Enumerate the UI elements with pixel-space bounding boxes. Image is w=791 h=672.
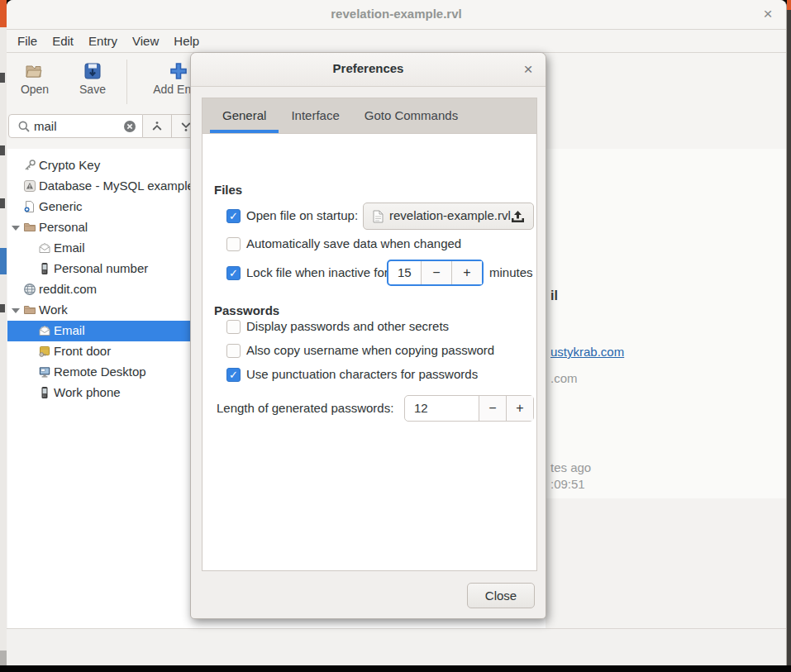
- menu-item-help[interactable]: Help: [166, 30, 207, 52]
- close-button[interactable]: Close: [467, 583, 535, 608]
- tree-item-label: Work phone: [54, 385, 121, 399]
- tree-item-label: Database - MySQL example: [39, 179, 194, 193]
- menu-item-view[interactable]: View: [125, 30, 166, 52]
- tree-item-label: Email: [54, 241, 85, 255]
- display-secrets-label: Display passwords and other secrets: [246, 318, 449, 335]
- tab-general[interactable]: General: [210, 98, 279, 133]
- open-file-icon: [510, 210, 526, 223]
- toolbar-separator: [126, 60, 127, 104]
- background-window-left-edge: [0, 0, 7, 665]
- save-button[interactable]: Save: [69, 58, 116, 106]
- menubar: FileEditEntryViewHelp: [7, 30, 786, 53]
- startup-file-chooser-button[interactable]: revelation-example.rvl: [363, 203, 534, 230]
- tree-item-label: Front door: [54, 344, 111, 358]
- find-previous-button[interactable]: [143, 114, 172, 138]
- window-titlebar[interactable]: revelation-example.rvl ×: [7, 0, 786, 30]
- folder-icon: [23, 221, 36, 234]
- clear-search-icon[interactable]: [123, 120, 136, 133]
- expander-icon[interactable]: [12, 226, 20, 231]
- copy-username-checkbox[interactable]: [226, 344, 241, 358]
- entry-timestamp-fragment: :09:51: [550, 477, 585, 491]
- tree-item-label: Personal number: [54, 261, 148, 275]
- plus-icon[interactable]: +: [451, 261, 482, 284]
- email-icon: [38, 241, 51, 255]
- lock-minutes-value[interactable]: 15: [388, 261, 421, 284]
- desktop: revelation-example.rvl × FileEditEntryVi…: [0, 0, 791, 672]
- tree-item-label: Generic: [39, 199, 83, 213]
- punctuation-checkbox[interactable]: [226, 368, 241, 382]
- minus-icon[interactable]: −: [479, 396, 506, 421]
- display-secrets-checkbox[interactable]: [226, 320, 241, 334]
- door-icon: [38, 345, 51, 358]
- folder-icon: [23, 303, 36, 317]
- key-icon: [23, 159, 36, 172]
- tree-item-label: Personal: [39, 220, 88, 234]
- search-icon: [17, 120, 31, 133]
- open-button[interactable]: Open: [12, 58, 58, 106]
- preferences-notebook: GeneralInterfaceGoto Commands Files Open…: [202, 98, 537, 571]
- window-title: revelation-example.rvl: [7, 7, 786, 21]
- autosave-label: Automatically save data when changed: [246, 236, 461, 252]
- document-icon: [373, 210, 384, 223]
- tree-item-label: Email: [54, 323, 85, 337]
- tree-item-label: Work: [39, 303, 68, 317]
- autosave-checkbox[interactable]: [226, 237, 241, 251]
- lock-minutes-spinbutton[interactable]: 15 − +: [387, 260, 484, 286]
- dialog-titlebar[interactable]: Preferences ×: [191, 53, 546, 87]
- general-tab-panel: Files Open file on startup: revelation-e…: [203, 134, 536, 570]
- lock-file-checkbox[interactable]: [226, 266, 241, 280]
- open-on-startup-label: Open file on startup:: [246, 207, 358, 224]
- open-button-label: Open: [12, 83, 58, 96]
- tab-bar: GeneralInterfaceGoto Commands: [203, 98, 536, 134]
- remote-desktop-icon: [38, 365, 51, 379]
- entry-details-surface: [546, 149, 786, 498]
- expander-icon[interactable]: [12, 308, 20, 313]
- chevron-up-icon: [143, 120, 171, 133]
- phone-icon: [38, 386, 51, 399]
- preferences-dialog: Preferences × GeneralInterfaceGoto Comma…: [190, 52, 546, 619]
- password-length-spinbutton[interactable]: 12 − +: [404, 395, 534, 422]
- lock-file-label: Lock file when inactive for: [246, 265, 388, 281]
- password-length-value[interactable]: 12: [405, 396, 479, 421]
- background-window-right-edge: [787, 0, 791, 665]
- open-folder-icon: [25, 61, 45, 81]
- email-icon: [38, 324, 51, 337]
- window-close-icon[interactable]: ×: [758, 4, 778, 24]
- dialog-close-icon[interactable]: ×: [518, 60, 538, 79]
- statusbar: [7, 628, 786, 665]
- tab-interface[interactable]: Interface: [279, 98, 351, 133]
- save-button-label: Save: [69, 83, 116, 96]
- tree-item-label: Remote Desktop: [54, 365, 146, 379]
- menu-item-file[interactable]: File: [10, 30, 45, 52]
- entry-url-link-fragment[interactable]: ustykrab.com: [550, 345, 624, 359]
- save-icon: [83, 61, 102, 81]
- entry-updated-fragment: tes ago: [550, 460, 591, 474]
- plus-icon[interactable]: +: [506, 396, 533, 421]
- copy-username-label: Also copy username when copying password: [246, 342, 494, 359]
- tree-item-label: Crypto Key: [39, 158, 100, 172]
- search-input[interactable]: mail: [8, 114, 143, 138]
- entry-title-fragment: il: [550, 288, 558, 303]
- add-entry-icon: [169, 61, 188, 81]
- lock-minutes-suffix: minutes: [489, 265, 533, 281]
- files-section-heading: Files: [214, 183, 242, 197]
- screen-bottom-bar: [0, 665, 791, 672]
- minus-icon[interactable]: −: [421, 261, 451, 284]
- menu-item-edit[interactable]: Edit: [45, 30, 81, 52]
- password-length-label: Length of generated passwords:: [217, 400, 393, 417]
- tab-goto-commands[interactable]: Goto Commands: [352, 98, 470, 133]
- tree-item-label: reddit.com: [39, 282, 97, 296]
- website-icon: [23, 283, 36, 296]
- open-on-startup-checkbox[interactable]: [226, 209, 241, 223]
- menu-item-entry[interactable]: Entry: [81, 30, 125, 52]
- punctuation-label: Use punctuation characters for passwords: [246, 366, 478, 383]
- entry-email-fragment: .com: [550, 371, 578, 385]
- passwords-section-heading: Passwords: [214, 303, 279, 317]
- dialog-title: Preferences: [191, 61, 546, 75]
- startup-file-name: revelation-example.rvl: [389, 208, 511, 222]
- entry-details-pane: il ustykrab.com .com tes ago :09:51: [546, 149, 786, 628]
- phone-icon: [38, 262, 51, 275]
- generic-entry-icon: [23, 200, 36, 213]
- search-value: mail: [34, 119, 57, 133]
- database-icon: [23, 179, 36, 193]
